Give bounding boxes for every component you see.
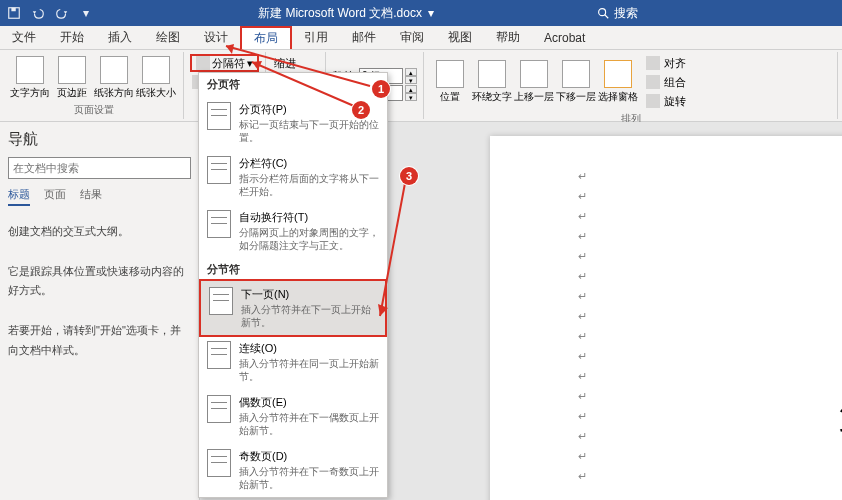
- up[interactable]: ▴: [405, 85, 417, 93]
- paragraph-marks: ↵↵↵↵↵↵↵↵↵↵↵↵↵↵↵↵: [578, 166, 587, 486]
- title: 偶数页(E): [239, 395, 379, 410]
- tab-home[interactable]: 开始: [48, 26, 96, 49]
- tab-insert[interactable]: 插入: [96, 26, 144, 49]
- callout-1: 1: [372, 80, 390, 98]
- desc: 分隔网页上的对象周围的文字，如分隔题注文字与正文。: [239, 226, 379, 252]
- group-arrange: 位置 环绕文字 上移一层 下移一层 选择窗格 对齐 组合 旋转 排列: [424, 52, 838, 119]
- label: 上移一层: [514, 90, 554, 104]
- desc: 指示分栏符后面的文字将从下一栏开始。: [239, 172, 379, 198]
- svg-line-5: [605, 15, 609, 19]
- ribbon: 文字方向 页边距 纸张方向 纸张大小 页面设置 分隔符 ▾ 行号 缩进 段前: …: [0, 50, 842, 122]
- chevron-down-icon: ▾: [247, 57, 253, 70]
- text-wrap-icon: [207, 210, 231, 238]
- label: 分隔符: [212, 56, 245, 71]
- align-button[interactable]: 对齐: [644, 54, 688, 72]
- menu-section-page-breaks: 分页符: [199, 73, 387, 96]
- size-button[interactable]: 纸张大小: [136, 54, 176, 101]
- menu-item-next-page[interactable]: 下一页(N)插入分节符并在下一页上开始新节。: [199, 279, 387, 337]
- group-button-cmd[interactable]: 组合: [644, 73, 688, 91]
- callout-3: 3: [400, 167, 418, 185]
- title: 分栏符(C): [239, 156, 379, 171]
- title-bar: ▾ 新建 Microsoft Word 文档.docx ▾ 搜索: [0, 0, 842, 26]
- menu-item-column-break[interactable]: 分栏符(C)指示分栏符后面的文字将从下一栏开始。: [199, 150, 387, 204]
- title: 连续(O): [239, 341, 379, 356]
- desc: 插入分节符并在下一奇数页上开始新节。: [239, 465, 379, 491]
- tab-view[interactable]: 视图: [436, 26, 484, 49]
- even-page-icon: [207, 395, 231, 423]
- forward-button[interactable]: 上移一层: [514, 54, 554, 110]
- nav-tab-results[interactable]: 结果: [80, 187, 102, 206]
- search-area[interactable]: 搜索: [596, 5, 638, 22]
- breaks-button[interactable]: 分隔符 ▾: [190, 54, 259, 72]
- nav-text: 创建文档的交互式大纲。: [8, 222, 191, 242]
- svg-rect-1: [11, 8, 15, 12]
- search-icon: [596, 6, 610, 20]
- title: 自动换行符(T): [239, 210, 379, 225]
- indent-label: 缩进: [272, 54, 319, 72]
- position-button[interactable]: 位置: [430, 54, 470, 110]
- page-1[interactable]: ↵↵↵↵↵↵↵↵↵↵↵↵↵↵↵↵ 第一页: [490, 136, 842, 500]
- quick-access-toolbar: ▾: [4, 3, 96, 23]
- label: 旋转: [664, 94, 686, 109]
- menu-item-even-page[interactable]: 偶数页(E)插入分节符并在下一偶数页上开始新节。: [199, 389, 387, 443]
- workspace: 导航 标题 页面 结果 创建文档的交互式大纲。 它是跟踪具体位置或快速移动内容的…: [0, 122, 842, 500]
- tab-references[interactable]: 引用: [292, 26, 340, 49]
- menu-item-odd-page[interactable]: 奇数页(D)插入分节符并在下一奇数页上开始新节。: [199, 443, 387, 497]
- nav-tab-pages[interactable]: 页面: [44, 187, 66, 206]
- title: 奇数页(D): [239, 449, 379, 464]
- orientation-button[interactable]: 纸张方向: [94, 54, 134, 101]
- menu-item-continuous[interactable]: 连续(O)插入分节符并在同一页上开始新节。: [199, 335, 387, 389]
- tab-acrobat[interactable]: Acrobat: [532, 26, 597, 49]
- qat-dropdown-icon[interactable]: ▾: [76, 3, 96, 23]
- desc: 插入分节符并在下一页上开始新节。: [241, 303, 377, 329]
- margins-button[interactable]: 页边距: [52, 54, 92, 101]
- nav-tab-headings[interactable]: 标题: [8, 187, 30, 206]
- svg-marker-3: [64, 11, 68, 14]
- nav-title: 导航: [8, 130, 191, 149]
- nav-tabs: 标题 页面 结果: [8, 187, 191, 206]
- tab-help[interactable]: 帮助: [484, 26, 532, 49]
- wrap-button[interactable]: 环绕文字: [472, 54, 512, 110]
- text-direction-button[interactable]: 文字方向: [10, 54, 50, 101]
- group-page-setup: 文字方向 页边距 纸张方向 纸张大小 页面设置: [4, 52, 184, 119]
- tab-file[interactable]: 文件: [0, 26, 48, 49]
- desc: 插入分节符并在同一页上开始新节。: [239, 357, 379, 383]
- nav-search-input[interactable]: [8, 157, 191, 179]
- breaks-menu: 分页符 分页符(P)标记一页结束与下一页开始的位置。 分栏符(C)指示分栏符后面…: [198, 72, 388, 498]
- up[interactable]: ▴: [405, 68, 417, 76]
- document-title: 新建 Microsoft Word 文档.docx ▾: [96, 5, 596, 22]
- tab-mailings[interactable]: 邮件: [340, 26, 388, 49]
- document-name: 新建 Microsoft Word 文档.docx: [258, 5, 422, 22]
- desc: 标记一页结束与下一页开始的位置。: [239, 118, 379, 144]
- nav-text: 它是跟踪具体位置或快速移动内容的好方式。: [8, 262, 191, 302]
- label: 位置: [440, 90, 460, 104]
- continuous-icon: [207, 341, 231, 369]
- label: 页边距: [57, 86, 87, 100]
- backward-button[interactable]: 下移一层: [556, 54, 596, 110]
- save-icon[interactable]: [4, 3, 24, 23]
- rotate-button[interactable]: 旋转: [644, 92, 688, 110]
- down[interactable]: ▾: [405, 76, 417, 84]
- title-dropdown-icon[interactable]: ▾: [428, 6, 434, 20]
- tab-layout[interactable]: 布局: [240, 26, 292, 49]
- label: 纸张大小: [136, 86, 176, 100]
- down[interactable]: ▾: [405, 93, 417, 101]
- label: 文字方向: [10, 86, 50, 100]
- tab-review[interactable]: 审阅: [388, 26, 436, 49]
- search-label: 搜索: [614, 5, 638, 22]
- label: 选择窗格: [598, 90, 638, 104]
- tab-draw[interactable]: 绘图: [144, 26, 192, 49]
- svg-marker-2: [33, 11, 37, 14]
- redo-icon[interactable]: [52, 3, 72, 23]
- page-break-icon: [207, 102, 231, 130]
- tab-design[interactable]: 设计: [192, 26, 240, 49]
- label: 下移一层: [556, 90, 596, 104]
- menu-item-text-wrap[interactable]: 自动换行符(T)分隔网页上的对象周围的文字，如分隔题注文字与正文。: [199, 204, 387, 258]
- svg-point-4: [599, 9, 606, 16]
- nav-body: 创建文档的交互式大纲。 它是跟踪具体位置或快速移动内容的好方式。 若要开始，请转…: [8, 222, 191, 361]
- selection-pane-button[interactable]: 选择窗格: [598, 54, 638, 110]
- odd-page-icon: [207, 449, 231, 477]
- undo-icon[interactable]: [28, 3, 48, 23]
- label: 环绕文字: [472, 90, 512, 104]
- label: 组合: [664, 75, 686, 90]
